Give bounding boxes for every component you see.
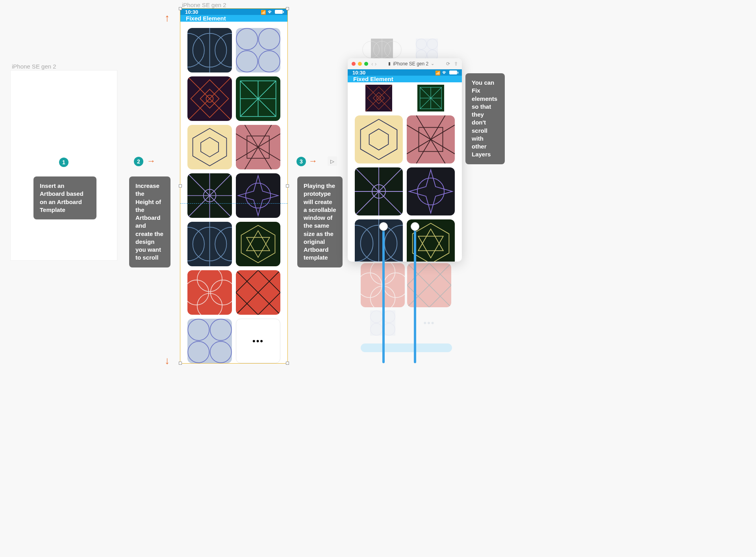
resize-handle-ml[interactable] (179, 184, 182, 188)
tile[interactable] (355, 115, 403, 163)
fixed-header: Fixed Element (348, 76, 462, 82)
tile[interactable] (187, 28, 232, 72)
ghost-pill (361, 343, 452, 352)
preview-tile-grid[interactable] (348, 82, 462, 262)
svg-rect-48 (187, 125, 232, 169)
tile[interactable] (187, 125, 232, 169)
more-tile[interactable]: ••• (236, 319, 280, 363)
artboard2-label: iPhone SE gen 2 (182, 2, 226, 8)
step-badge-1: 1 (59, 158, 69, 167)
tip-4: You can Fix elements so that they don't … (465, 73, 505, 164)
tip-2: Increase the Height of the Artboard and … (129, 176, 170, 267)
tip-1: Insert an Artboard based on an Artboard … (33, 176, 96, 219)
play-button[interactable]: ▷ (328, 156, 337, 166)
tile[interactable] (407, 115, 455, 163)
resize-handle-br[interactable] (286, 362, 289, 365)
tile[interactable] (236, 76, 280, 121)
close-icon[interactable] (352, 62, 356, 66)
artboard1-label: iPhone SE gen 2 (12, 63, 56, 70)
play-icon: ▷ (330, 158, 334, 164)
tile[interactable] (236, 270, 280, 315)
tile[interactable] (236, 28, 280, 72)
status-bar: 10:30 (348, 69, 462, 76)
tile-grid: ••• (180, 22, 287, 366)
ghost-tile (406, 39, 448, 61)
viewport-fold-line (180, 203, 287, 204)
tile[interactable] (187, 173, 232, 218)
svg-rect-54 (187, 270, 232, 315)
svg-rect-64 (355, 115, 403, 163)
minimize-icon[interactable] (358, 62, 362, 66)
resize-handle-tl[interactable] (179, 7, 182, 10)
prototype-preview-window[interactable]: ‹ › ▮ iPhone SE gen 2 ⌄ ⟳ ⇪ 10:30 Fixed … (348, 58, 462, 262)
svg-rect-56 (187, 319, 232, 363)
svg-rect-58 (416, 39, 438, 61)
tile[interactable] (355, 85, 403, 111)
svg-rect-45 (236, 28, 280, 72)
wifi-icon (268, 9, 273, 15)
tip-3: Playing the prototype will create a scro… (297, 176, 343, 267)
device-picker[interactable]: ▮ iPhone SE gen 2 ⌄ (380, 61, 443, 67)
tile[interactable] (407, 85, 455, 111)
svg-rect-67 (407, 167, 455, 215)
arrow-down-icon: ↓ (165, 355, 170, 367)
svg-rect-51 (236, 173, 280, 218)
arrow-up-icon: ↑ (165, 12, 170, 24)
device-name: iPhone SE gen 2 (393, 61, 428, 67)
nav-forward-icon[interactable]: › (375, 61, 377, 67)
tile[interactable] (187, 270, 232, 315)
resize-handle-mr[interactable] (286, 184, 289, 188)
status-time: 10:30 (352, 70, 365, 76)
wifi-icon (442, 69, 448, 76)
svg-rect-53 (236, 222, 280, 266)
share-icon[interactable]: ⇪ (454, 61, 458, 67)
window-titlebar[interactable]: ‹ › ▮ iPhone SE gen 2 ⌄ ⟳ ⇪ (348, 58, 462, 69)
fixed-header: Fixed Element (180, 15, 287, 22)
tile[interactable] (236, 173, 280, 218)
tile[interactable] (187, 76, 232, 121)
signal-icon (435, 70, 441, 76)
tile[interactable] (355, 219, 403, 262)
signal-icon (261, 9, 266, 15)
traffic-lights[interactable] (352, 62, 368, 66)
resize-handle-tr[interactable] (286, 7, 289, 10)
battery-icon (275, 10, 283, 14)
tile[interactable] (355, 167, 403, 215)
tile[interactable] (236, 125, 280, 169)
refresh-icon[interactable]: ⟳ (446, 61, 450, 67)
step-badge-2: 2 (134, 157, 143, 166)
battery-icon (449, 71, 457, 74)
arrow-right-icon: → (147, 156, 156, 166)
arrow-right-icon: → (309, 156, 317, 166)
tile[interactable] (236, 222, 280, 266)
tile[interactable] (187, 222, 232, 266)
nav-back-icon[interactable]: ‹ (371, 61, 373, 67)
tile[interactable] (407, 167, 455, 215)
touch-indicator (379, 222, 388, 231)
zoom-icon[interactable] (364, 62, 368, 66)
chevron-updown-icon: ⌄ (431, 61, 434, 66)
artboard-tall[interactable]: 10:30 Fixed Element (180, 9, 287, 363)
status-time: 10:30 (185, 9, 198, 15)
step-badge-3: 3 (296, 157, 306, 166)
ghost-tile (361, 39, 403, 61)
preview-viewport[interactable]: 10:30 Fixed Element (348, 69, 462, 262)
scroll-trail (382, 229, 385, 363)
status-bar: 10:30 (180, 9, 287, 15)
tile[interactable] (187, 319, 232, 363)
phone-icon: ▮ (388, 61, 391, 66)
resize-handle-bl[interactable] (179, 362, 182, 365)
touch-indicator (411, 222, 419, 231)
scroll-trail (414, 229, 416, 363)
